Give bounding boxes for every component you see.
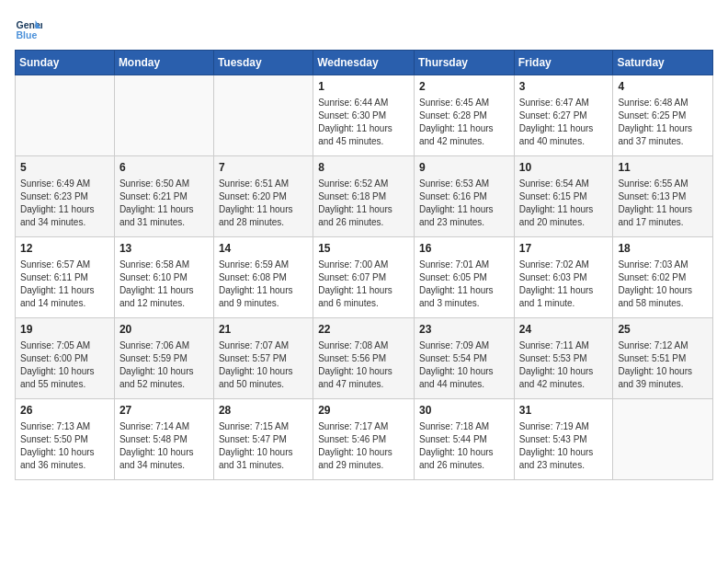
calendar-cell: 28Sunrise: 7:15 AM Sunset: 5:47 PM Dayli… (213, 399, 313, 480)
day-number: 18 (618, 241, 708, 257)
day-info: Sunrise: 7:03 AM Sunset: 6:02 PM Dayligh… (618, 259, 708, 310)
calendar-cell: 16Sunrise: 7:01 AM Sunset: 6:05 PM Dayli… (414, 237, 514, 318)
calendar-header-friday: Friday (514, 51, 613, 75)
day-number: 24 (519, 322, 609, 338)
calendar-cell: 30Sunrise: 7:18 AM Sunset: 5:44 PM Dayli… (414, 399, 514, 480)
calendar-cell: 10Sunrise: 6:54 AM Sunset: 6:15 PM Dayli… (514, 156, 613, 237)
day-info: Sunrise: 7:12 AM Sunset: 5:51 PM Dayligh… (618, 339, 708, 391)
day-info: Sunrise: 7:02 AM Sunset: 6:03 PM Dayligh… (519, 259, 609, 310)
day-number: 4 (618, 79, 708, 95)
calendar-cell: 21Sunrise: 7:07 AM Sunset: 5:57 PM Dayli… (213, 318, 313, 399)
day-info: Sunrise: 6:48 AM Sunset: 6:25 PM Dayligh… (618, 97, 708, 148)
day-number: 8 (318, 160, 409, 176)
calendar-cell (613, 399, 713, 480)
calendar-cell: 17Sunrise: 7:02 AM Sunset: 6:03 PM Dayli… (514, 237, 613, 318)
calendar-table: SundayMondayTuesdayWednesdayThursdayFrid… (15, 50, 713, 480)
calendar-cell: 20Sunrise: 7:06 AM Sunset: 5:59 PM Dayli… (114, 318, 213, 399)
day-info: Sunrise: 7:15 AM Sunset: 5:47 PM Dayligh… (219, 420, 308, 472)
calendar-header-wednesday: Wednesday (313, 51, 415, 75)
day-number: 6 (119, 160, 209, 176)
day-number: 14 (219, 241, 308, 257)
calendar-cell: 6Sunrise: 6:50 AM Sunset: 6:21 PM Daylig… (114, 156, 213, 237)
day-info: Sunrise: 6:47 AM Sunset: 6:27 PM Dayligh… (519, 97, 609, 148)
day-info: Sunrise: 6:52 AM Sunset: 6:18 PM Dayligh… (318, 178, 409, 229)
day-info: Sunrise: 6:57 AM Sunset: 6:11 PM Dayligh… (20, 259, 109, 310)
day-info: Sunrise: 6:51 AM Sunset: 6:20 PM Dayligh… (219, 178, 308, 229)
day-number: 15 (318, 241, 409, 257)
calendar-cell: 13Sunrise: 6:58 AM Sunset: 6:10 PM Dayli… (114, 237, 213, 318)
calendar-week-row: 19Sunrise: 7:05 AM Sunset: 6:00 PM Dayli… (16, 318, 713, 399)
day-number: 10 (519, 160, 609, 176)
day-number: 17 (519, 241, 609, 257)
day-info: Sunrise: 7:14 AM Sunset: 5:48 PM Dayligh… (119, 420, 209, 472)
calendar-cell: 3Sunrise: 6:47 AM Sunset: 6:27 PM Daylig… (514, 75, 613, 156)
calendar-cell: 25Sunrise: 7:12 AM Sunset: 5:51 PM Dayli… (613, 318, 713, 399)
day-info: Sunrise: 6:54 AM Sunset: 6:15 PM Dayligh… (519, 178, 609, 229)
day-info: Sunrise: 6:53 AM Sunset: 6:16 PM Dayligh… (419, 178, 509, 229)
day-info: Sunrise: 6:55 AM Sunset: 6:13 PM Dayligh… (618, 178, 708, 229)
calendar-header-tuesday: Tuesday (213, 51, 313, 75)
day-number: 7 (219, 160, 308, 176)
day-info: Sunrise: 6:45 AM Sunset: 6:28 PM Dayligh… (419, 97, 509, 148)
calendar-cell (213, 75, 313, 156)
calendar-cell: 31Sunrise: 7:19 AM Sunset: 5:43 PM Dayli… (514, 399, 613, 480)
calendar-cell: 14Sunrise: 6:59 AM Sunset: 6:08 PM Dayli… (213, 237, 313, 318)
day-number: 5 (20, 160, 109, 176)
day-number: 29 (318, 403, 409, 419)
day-info: Sunrise: 7:09 AM Sunset: 5:54 PM Dayligh… (419, 339, 509, 391)
calendar-cell: 8Sunrise: 6:52 AM Sunset: 6:18 PM Daylig… (313, 156, 415, 237)
calendar-cell: 26Sunrise: 7:13 AM Sunset: 5:50 PM Dayli… (16, 399, 115, 480)
day-number: 25 (618, 322, 708, 338)
day-number: 11 (618, 160, 708, 176)
calendar-cell (114, 75, 213, 156)
calendar-cell: 23Sunrise: 7:09 AM Sunset: 5:54 PM Dayli… (414, 318, 514, 399)
calendar-cell: 22Sunrise: 7:08 AM Sunset: 5:56 PM Dayli… (313, 318, 415, 399)
day-number: 28 (219, 403, 308, 419)
day-info: Sunrise: 7:06 AM Sunset: 5:59 PM Dayligh… (119, 339, 209, 391)
day-number: 16 (419, 241, 509, 257)
day-number: 26 (20, 403, 109, 419)
calendar-cell: 2Sunrise: 6:45 AM Sunset: 6:28 PM Daylig… (414, 75, 514, 156)
day-info: Sunrise: 7:11 AM Sunset: 5:53 PM Dayligh… (519, 339, 609, 391)
calendar-cell: 29Sunrise: 7:17 AM Sunset: 5:46 PM Dayli… (313, 399, 415, 480)
day-info: Sunrise: 7:13 AM Sunset: 5:50 PM Dayligh… (20, 420, 109, 472)
calendar-cell (16, 75, 115, 156)
logo: General Blue (15, 15, 50, 42)
day-info: Sunrise: 7:05 AM Sunset: 6:00 PM Dayligh… (20, 339, 109, 391)
calendar-week-row: 12Sunrise: 6:57 AM Sunset: 6:11 PM Dayli… (16, 237, 713, 318)
calendar-header-monday: Monday (114, 51, 213, 75)
calendar-cell: 15Sunrise: 7:00 AM Sunset: 6:07 PM Dayli… (313, 237, 415, 318)
day-number: 9 (419, 160, 509, 176)
calendar-cell: 5Sunrise: 6:49 AM Sunset: 6:23 PM Daylig… (16, 156, 115, 237)
calendar-cell: 11Sunrise: 6:55 AM Sunset: 6:13 PM Dayli… (613, 156, 713, 237)
svg-text:Blue: Blue (17, 29, 38, 40)
calendar-cell: 12Sunrise: 6:57 AM Sunset: 6:11 PM Dayli… (16, 237, 115, 318)
day-info: Sunrise: 7:19 AM Sunset: 5:43 PM Dayligh… (519, 420, 609, 472)
day-number: 2 (419, 79, 509, 95)
calendar-cell: 19Sunrise: 7:05 AM Sunset: 6:00 PM Dayli… (16, 318, 115, 399)
calendar-cell: 1Sunrise: 6:44 AM Sunset: 6:30 PM Daylig… (313, 75, 415, 156)
day-info: Sunrise: 7:01 AM Sunset: 6:05 PM Dayligh… (419, 259, 509, 310)
day-number: 1 (318, 79, 409, 95)
calendar-cell: 4Sunrise: 6:48 AM Sunset: 6:25 PM Daylig… (613, 75, 713, 156)
day-number: 13 (119, 241, 209, 257)
calendar-header-saturday: Saturday (613, 51, 713, 75)
day-number: 20 (119, 322, 209, 338)
calendar-week-row: 26Sunrise: 7:13 AM Sunset: 5:50 PM Dayli… (16, 399, 713, 480)
day-info: Sunrise: 7:00 AM Sunset: 6:07 PM Dayligh… (318, 259, 409, 310)
day-number: 12 (20, 241, 109, 257)
day-number: 30 (419, 403, 509, 419)
day-number: 21 (219, 322, 308, 338)
calendar-cell: 18Sunrise: 7:03 AM Sunset: 6:02 PM Dayli… (613, 237, 713, 318)
day-info: Sunrise: 6:44 AM Sunset: 6:30 PM Dayligh… (318, 97, 409, 148)
day-info: Sunrise: 6:49 AM Sunset: 6:23 PM Dayligh… (20, 178, 109, 229)
calendar-header-row: SundayMondayTuesdayWednesdayThursdayFrid… (16, 51, 713, 75)
day-info: Sunrise: 6:50 AM Sunset: 6:21 PM Dayligh… (119, 178, 209, 229)
calendar-week-row: 5Sunrise: 6:49 AM Sunset: 6:23 PM Daylig… (16, 156, 713, 237)
calendar-cell: 24Sunrise: 7:11 AM Sunset: 5:53 PM Dayli… (514, 318, 613, 399)
day-info: Sunrise: 7:07 AM Sunset: 5:57 PM Dayligh… (219, 339, 308, 391)
calendar-cell: 27Sunrise: 7:14 AM Sunset: 5:48 PM Dayli… (114, 399, 213, 480)
day-info: Sunrise: 7:18 AM Sunset: 5:44 PM Dayligh… (419, 420, 509, 472)
day-number: 19 (20, 322, 109, 338)
calendar-header-thursday: Thursday (414, 51, 514, 75)
